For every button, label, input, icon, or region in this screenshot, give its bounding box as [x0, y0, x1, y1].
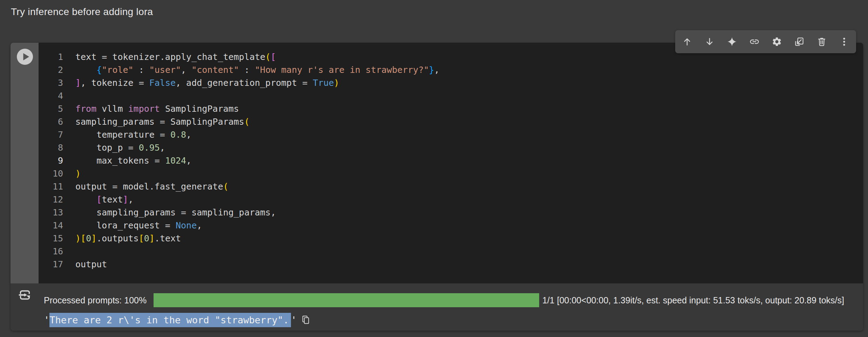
line-number: 11 [39, 180, 63, 193]
run-cell-button[interactable] [17, 49, 33, 65]
line-number: 14 [39, 219, 63, 232]
line-number: 6 [39, 115, 63, 128]
gear-icon [772, 36, 782, 47]
move-cell-down-button[interactable] [698, 30, 721, 53]
move-cell-up-button[interactable] [676, 30, 698, 53]
code-text: )[0].outputs[0].text [75, 232, 181, 245]
copy-icon [301, 315, 311, 325]
code-text: sampling_params = sampling_params, [75, 206, 276, 219]
code-text: lora_request = None, [75, 219, 202, 232]
code-text: {"role" : "user", "content" : "How many … [75, 63, 440, 76]
cell-gutter [11, 43, 39, 283]
code-text: output [75, 258, 107, 271]
code-text: ], tokenize = False, add_generation_prom… [75, 76, 339, 89]
gemini-button[interactable] [721, 30, 743, 53]
progress-bar-fill [154, 293, 539, 307]
code-line[interactable]: 8 top_p = 0.95, [39, 141, 863, 154]
progress-stats: 1/1 [00:00<00:00, 1.39it/s, est. speed i… [542, 293, 844, 307]
more-vert-icon [839, 36, 849, 47]
link-icon [749, 36, 760, 47]
code-text: text = tokenizer.apply_chat_template([ [75, 50, 276, 63]
code-line[interactable]: 9 max_tokens = 1024, [39, 154, 863, 167]
line-number: 4 [39, 89, 63, 102]
code-line[interactable]: 13 sampling_params = sampling_params, [39, 206, 863, 219]
line-number: 12 [39, 193, 63, 206]
output-actions-button[interactable] [17, 287, 33, 303]
code-line[interactable]: 15)[0].outputs[0].text [39, 232, 863, 245]
more-cell-actions-button[interactable] [833, 30, 855, 53]
result-quote-open: ' [44, 315, 49, 325]
code-text: ) [75, 167, 81, 180]
result-selected-text[interactable]: There are 2 r\'s in the word "strawberry… [49, 313, 291, 327]
mirror-cell-icon [794, 36, 805, 47]
result-line[interactable]: 'There are 2 r\'s in the word "strawberr… [44, 312, 311, 328]
code-cell: 1text = tokenizer.apply_chat_template([2… [11, 43, 863, 331]
code-editor[interactable]: 1text = tokenizer.apply_chat_template([2… [11, 43, 863, 283]
cell-title: Try inference before adding lora [11, 6, 153, 18]
code-text: from vllm import SamplingParams [75, 102, 239, 115]
code-line[interactable]: 12 [text], [39, 193, 863, 206]
code-text: max_tokens = 1024, [75, 154, 191, 167]
copy-output-button[interactable] [301, 315, 311, 325]
play-icon [17, 49, 33, 65]
line-number: 16 [39, 245, 63, 258]
code-line[interactable]: 5from vllm import SamplingParams [39, 102, 863, 115]
arrow-up-icon [682, 36, 692, 47]
code-text: temperature = 0.8, [75, 128, 191, 141]
progress-label: Processed prompts: 100% [44, 293, 147, 307]
code-line[interactable]: 4 [39, 89, 863, 102]
delete-cell-button[interactable] [811, 30, 833, 53]
output-area: Processed prompts: 100% 1/1 [00:00<00:00… [11, 283, 863, 331]
line-number: 10 [39, 167, 63, 180]
notebook-page: Try inference before adding lora [0, 0, 868, 337]
code-line[interactable]: 2 {"role" : "user", "content" : "How man… [39, 63, 863, 76]
code-line[interactable]: 11output = model.fast_generate( [39, 180, 863, 193]
output-actions-icon [17, 287, 33, 303]
code-text: sampling_params = SamplingParams( [75, 115, 250, 128]
code-line[interactable]: 6sampling_params = SamplingParams( [39, 115, 863, 128]
progress-bar [154, 293, 539, 307]
code-line[interactable]: 16 [39, 245, 863, 258]
copy-link-button[interactable] [743, 30, 766, 53]
code-text: output = model.fast_generate( [75, 180, 229, 193]
code-line[interactable]: 14 lora_request = None, [39, 219, 863, 232]
code-line[interactable]: 7 temperature = 0.8, [39, 128, 863, 141]
line-number: 7 [39, 128, 63, 141]
code-lines: 1text = tokenizer.apply_chat_template([2… [39, 50, 863, 271]
code-line[interactable]: 17output [39, 258, 863, 271]
mirror-cell-in-tab-button[interactable] [788, 30, 811, 53]
code-line[interactable]: 3], tokenize = False, add_generation_pro… [39, 76, 863, 89]
line-number: 1 [39, 50, 63, 63]
code-text: top_p = 0.95, [75, 141, 165, 154]
cell-toolbar [675, 30, 856, 53]
result-quote-close: ' [291, 315, 297, 325]
line-number: 15 [39, 232, 63, 245]
gemini-spark-icon [727, 36, 737, 47]
line-number: 2 [39, 63, 63, 76]
line-number: 8 [39, 141, 63, 154]
trash-icon [816, 36, 827, 47]
line-number: 13 [39, 206, 63, 219]
code-text: [text], [75, 193, 134, 206]
line-number: 9 [39, 154, 63, 167]
arrow-down-icon [704, 36, 715, 47]
line-number: 3 [39, 76, 63, 89]
code-line[interactable]: 10) [39, 167, 863, 180]
settings-button[interactable] [766, 30, 788, 53]
line-number: 17 [39, 258, 63, 271]
line-number: 5 [39, 102, 63, 115]
